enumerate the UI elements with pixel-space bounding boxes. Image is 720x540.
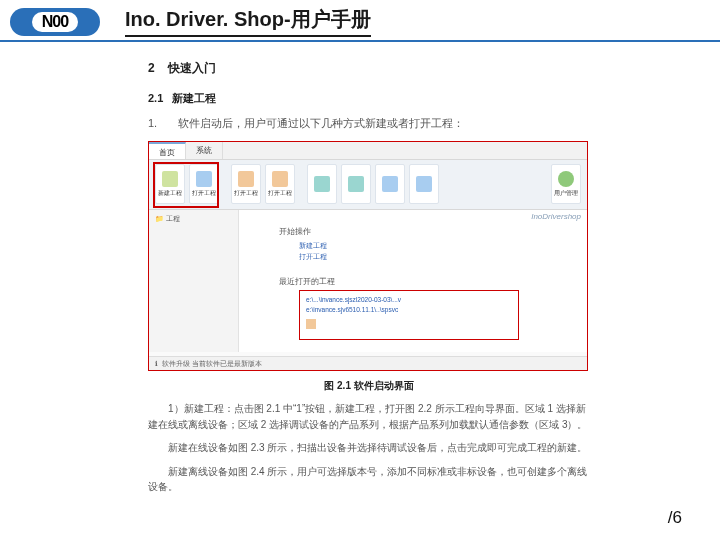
paragraph: 新建在线设备如图 2.3 所示，扫描出设备并选择待调试设备后，点击完成即可完成工… bbox=[148, 440, 590, 456]
ribbon-label: 打开工程 bbox=[268, 189, 292, 198]
panel-heading-recent: 最近打开的工程 bbox=[279, 276, 335, 287]
page-footer: /6 bbox=[668, 508, 682, 528]
ribbon-button[interactable] bbox=[341, 164, 371, 204]
section-title: 快速入门 bbox=[168, 61, 216, 75]
intro-text: 软件启动后，用户可通过以下几种方式新建或者打开工程： bbox=[178, 117, 464, 129]
recent-item[interactable]: e:\invance.sjv6510.11.1\..\spsvc bbox=[306, 305, 512, 315]
intro-line: 1. 软件启动后，用户可通过以下几种方式新建或者打开工程： bbox=[148, 116, 590, 131]
recent-item[interactable]: e:\...\invance.sjszl2020-03-03\...v bbox=[306, 295, 512, 305]
ss-ribbon: 新建工程 打开工程 打开工程 打开工程 用户管理 bbox=[149, 160, 587, 210]
page-number: 6 bbox=[673, 508, 682, 527]
link-new-project[interactable]: 新建工程 bbox=[299, 240, 327, 251]
folder-icon: 📁 bbox=[155, 215, 164, 222]
subsection-number: 2.1 bbox=[148, 92, 163, 104]
ribbon-label: 打开工程 bbox=[192, 189, 216, 198]
ribbon-button[interactable] bbox=[409, 164, 439, 204]
ss-main-panel: InoDrivershop 开始操作 新建工程 打开工程 最近打开的工程 e:\… bbox=[239, 210, 587, 352]
recent-file-icon bbox=[306, 319, 316, 329]
section-heading: 2 快速入门 bbox=[148, 60, 590, 77]
subsection-title: 新建工程 bbox=[172, 92, 216, 104]
ribbon-user-button[interactable]: 用户管理 bbox=[551, 164, 581, 204]
ss-status-bar: ℹ 软件升级 当前软件已是最新版本 bbox=[149, 356, 587, 370]
paragraph: 新建离线设备如图 2.4 所示，用户可选择版本号，添加不同标准或非标设备，也可创… bbox=[148, 464, 590, 495]
list-number: 1. bbox=[148, 117, 157, 129]
ribbon-open-button[interactable]: 打开工程 bbox=[189, 164, 219, 204]
paragraph: 1）新建工程：点击图 2.1 中“1”按钮，新建工程，打开图 2.2 所示工程向… bbox=[148, 401, 590, 432]
ribbon-label: 打开工程 bbox=[234, 189, 258, 198]
tab-system[interactable]: 系统 bbox=[186, 142, 223, 159]
ribbon-icon bbox=[238, 171, 254, 187]
section-number: 2 bbox=[148, 61, 155, 75]
ribbon-icon bbox=[416, 176, 432, 192]
ribbon-icon bbox=[382, 176, 398, 192]
ribbon-icon bbox=[348, 176, 364, 192]
tab-home[interactable]: 首页 bbox=[149, 142, 186, 159]
brand-watermark: InoDrivershop bbox=[531, 212, 581, 221]
file-new-icon bbox=[162, 171, 178, 187]
ribbon-button[interactable] bbox=[375, 164, 405, 204]
status-text: 软件升级 当前软件已是最新版本 bbox=[162, 359, 262, 369]
file-open-icon bbox=[196, 171, 212, 187]
page-title: Ino. Driver. Shop-用户手册 bbox=[125, 6, 371, 37]
ribbon-icon bbox=[314, 176, 330, 192]
ribbon-button[interactable]: 打开工程 bbox=[231, 164, 261, 204]
subsection-heading: 2.1 新建工程 bbox=[148, 91, 590, 106]
figure-screenshot: 首页 系统 新建工程 打开工程 打开工程 打开工程 用户管理 📁 工程 InoD… bbox=[148, 141, 588, 371]
ribbon-label: 用户管理 bbox=[554, 189, 578, 198]
ss-tabbar: 首页 系统 bbox=[149, 142, 587, 160]
ribbon-new-button[interactable]: 新建工程 bbox=[155, 164, 185, 204]
logo-text: N00 bbox=[32, 12, 78, 32]
ribbon-label: 新建工程 bbox=[158, 189, 182, 198]
user-icon bbox=[558, 171, 574, 187]
figure-caption: 图 2.1 软件启动界面 bbox=[148, 379, 590, 393]
recent-highlight-box: e:\...\invance.sjszl2020-03-03\...v e:\i… bbox=[299, 290, 519, 340]
info-icon: ℹ bbox=[155, 360, 158, 368]
logo-badge: N00 bbox=[10, 8, 100, 36]
ribbon-button[interactable] bbox=[307, 164, 337, 204]
panel-links: 新建工程 打开工程 bbox=[299, 240, 327, 262]
link-open-project[interactable]: 打开工程 bbox=[299, 251, 327, 262]
panel-heading-start: 开始操作 bbox=[279, 226, 311, 237]
ss-sidebar: 📁 工程 bbox=[149, 210, 239, 352]
ribbon-icon bbox=[272, 171, 288, 187]
sidebar-project-label: 工程 bbox=[166, 215, 180, 222]
ribbon-button[interactable]: 打开工程 bbox=[265, 164, 295, 204]
